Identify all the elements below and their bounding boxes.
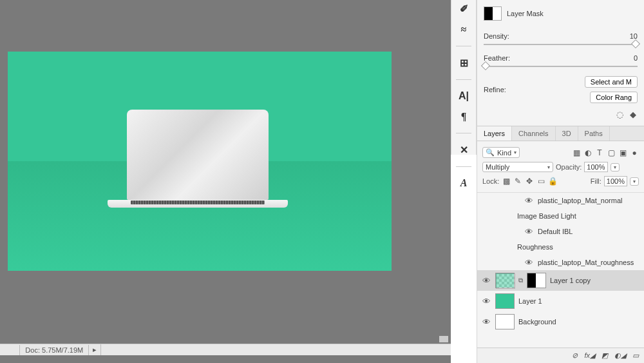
vertical-type-icon[interactable]: A| [457, 90, 471, 102]
density-slider[interactable] [484, 44, 638, 45]
zoom-field[interactable] [0, 345, 20, 355]
feather-label: Feather: [484, 54, 618, 62]
filter-kind-select[interactable]: 🔍Kind▾ [482, 147, 520, 158]
color-range-button[interactable]: Color Rang [590, 92, 638, 103]
select-and-mask-button[interactable]: Select and M [585, 76, 638, 88]
filter-adjust-icon[interactable]: ◐ [583, 148, 592, 157]
layer-name[interactable]: Layer 1 copy [550, 277, 640, 284]
laptop-keyboard [131, 201, 265, 204]
layer-group-row[interactable]: Image Based Light [477, 208, 644, 224]
layers-options: 🔍Kind▾ ▦ ◐ T ▢ ▣ ● Multiply▾ Opacity: 10… [477, 141, 644, 192]
glyph-icon[interactable]: A [457, 177, 471, 189]
mask-thumbnail[interactable] [527, 273, 546, 288]
adjustment-layer-icon[interactable]: ◐◢ [614, 351, 626, 360]
opacity-dropdown[interactable]: ▾ [611, 163, 620, 172]
lock-label: Lock: [482, 177, 499, 185]
tab-paths[interactable]: Paths [578, 126, 610, 141]
visibility-toggle[interactable]: 👁 [481, 297, 491, 306]
layer-row[interactable]: 👁 plastic_laptop_Mat_normal [477, 193, 644, 208]
layer-name[interactable]: plastic_laptop_Mat_roughness [538, 259, 640, 266]
doc-size-info[interactable]: Doc: 5.75M/7.19M [20, 345, 89, 355]
filter-smart-icon[interactable]: ▣ [618, 148, 627, 157]
opacity-label: Opacity: [556, 163, 582, 171]
filter-type-icon[interactable]: T [595, 148, 604, 157]
visibility-toggle[interactable]: 👁 [524, 258, 534, 268]
feather-value[interactable]: 0 [618, 54, 638, 62]
lock-transparent-icon[interactable]: ▩ [502, 177, 511, 186]
layer-row-selected[interactable]: 👁 ⧉ Layer 1 copy [477, 270, 644, 291]
fill-value[interactable]: 100% [604, 176, 627, 186]
mask-title: Layer Mask [507, 10, 544, 17]
filter-pixel-icon[interactable]: ▦ [572, 148, 581, 157]
filter-toggle-icon[interactable]: ● [630, 148, 639, 157]
layer-thumbnail[interactable] [495, 314, 515, 329]
artwork-laptop [108, 110, 288, 208]
feather-slider[interactable] [484, 66, 638, 67]
new-group-icon[interactable]: ▭ [632, 351, 639, 360]
right-panels: Layer Mask Density: 10 Feather: 0 Refine… [477, 0, 644, 363]
layer-group-name[interactable]: Image Based Light [517, 212, 640, 220]
layer-name[interactable]: Default IBL [538, 228, 640, 235]
lock-paint-icon[interactable]: ✎ [513, 177, 522, 186]
blend-mode-select[interactable]: Multiply▾ [482, 162, 553, 172]
visibility-toggle[interactable]: 👁 [524, 227, 534, 237]
layer-group-row[interactable]: Roughness [477, 239, 644, 255]
panel-tabs: Layers Channels 3D Paths [477, 126, 644, 141]
tab-layers[interactable]: Layers [477, 126, 512, 141]
tools-icon[interactable]: ✕ [457, 144, 471, 156]
fx-icon[interactable]: fx◢ [584, 351, 595, 360]
visibility-toggle[interactable]: 👁 [481, 317, 491, 327]
layers-bottom-bar: ⊘ fx◢ ◩ ◐◢ ▭ [477, 348, 644, 363]
link-layers-icon[interactable]: ⊘ [572, 351, 578, 360]
layer-name[interactable]: plastic_laptop_Mat_normal [538, 197, 640, 204]
refine-label: Refine: [484, 86, 506, 93]
filter-shape-icon[interactable]: ▢ [607, 148, 616, 157]
visibility-toggle[interactable]: 👁 [481, 276, 491, 286]
layer-thumbnail[interactable] [495, 273, 515, 288]
visibility-toggle[interactable]: 👁 [524, 196, 534, 206]
layer-name[interactable]: Background [518, 318, 640, 326]
mask-thumbnail[interactable] [484, 6, 502, 21]
mask-link-icon[interactable]: ⧉ [518, 277, 523, 284]
mask-apply-icon[interactable]: ◆ [630, 110, 636, 119]
ruler-icon[interactable]: ⊞ [457, 57, 471, 69]
opacity-value[interactable]: 100% [584, 162, 607, 172]
horizontal-scrollbar[interactable] [101, 346, 451, 355]
vertical-tool-strip: ✐ ≈ ⊞ A| ¶ ✕ A [451, 0, 477, 155]
layer-row[interactable]: 👁 Layer 1 [477, 291, 644, 311]
canvas-area[interactable]: Doc: 5.75M/7.19M ▸ [0, 0, 451, 363]
add-mask-icon[interactable]: ◩ [601, 351, 608, 360]
document-canvas[interactable] [8, 52, 392, 271]
layer-row[interactable]: 👁 plastic_laptop_Mat_roughness [477, 255, 644, 270]
layer-name[interactable]: Layer 1 [518, 297, 640, 305]
fill-label: Fill: [591, 177, 601, 185]
spot-heal-icon[interactable]: ✐ [457, 3, 471, 15]
lock-move-icon[interactable]: ✥ [525, 177, 534, 186]
paragraph-icon[interactable]: ¶ [457, 111, 471, 123]
canvas-resize-handle[interactable] [439, 336, 448, 342]
layer-row[interactable]: 👁 Default IBL [477, 224, 644, 239]
layer-group-name[interactable]: Roughness [517, 243, 640, 251]
tab-3d[interactable]: 3D [556, 126, 578, 141]
lock-artboard-icon[interactable]: ▭ [536, 177, 545, 186]
laptop-screen [127, 110, 269, 200]
layers-list[interactable]: 👁 plastic_laptop_Mat_normal Image Based … [477, 192, 644, 332]
lock-all-icon[interactable]: 🔒 [548, 177, 557, 186]
status-bar: Doc: 5.75M/7.19M ▸ [0, 344, 451, 355]
density-value[interactable]: 10 [618, 32, 638, 40]
status-flyout[interactable]: ▸ [89, 344, 101, 355]
laptop-base [108, 200, 288, 208]
tab-channels[interactable]: Channels [512, 126, 555, 141]
mask-properties-panel: Layer Mask Density: 10 Feather: 0 Refine… [477, 0, 644, 126]
fill-dropdown[interactable]: ▾ [630, 177, 639, 186]
layer-thumbnail[interactable] [495, 293, 515, 309]
density-label: Density: [484, 32, 618, 40]
mask-load-selection-icon[interactable]: ◌ [616, 110, 623, 119]
smudge-icon[interactable]: ≈ [457, 24, 471, 35]
layer-row[interactable]: 👁 Background [477, 311, 644, 332]
